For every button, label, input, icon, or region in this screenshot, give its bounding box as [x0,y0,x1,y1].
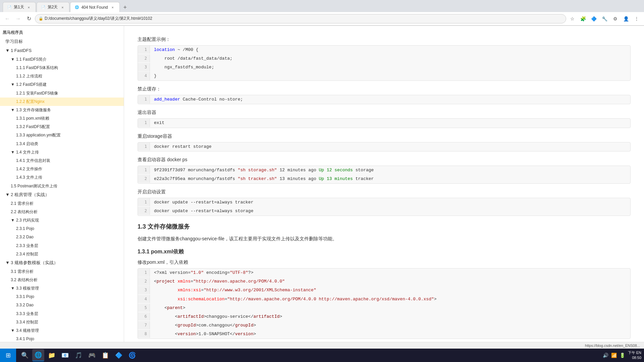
taskbar: ⊞ 🔍 🌐 📁 📧 🎵 🎮 📋 🔷 🌀 🔊 📶 🔋 下午 EN 08:50 [0,349,644,362]
extension-btn1[interactable]: 🧩 [578,14,588,23]
sidebar: 黑马程序员 学习目标 ▼1 FastDFS ▼1.1 FastDFS简介 1.1… [0,26,124,362]
sidebar-item-131[interactable]: 1.3.1 pom.xml依赖 [0,114,124,123]
nav-bar: ← → ↻ 🔒 D:/documents/changgou/讲义/day02/讲… [0,12,644,25]
taskbar-game[interactable]: 🎮 [86,349,98,361]
sidebar-item-121[interactable]: 1.2.1 安装FastDFS镜像 [0,89,124,98]
sidebar-item-333[interactable]: 3.3.3 业务层 [0,310,124,318]
windows-icon: ⊞ [6,352,11,359]
tab-favicon-2: 📄 [41,5,46,10]
browser-chrome: 📄 第1天 × 📄 第2天 × 🌐 404 Not Found × + ← → … [0,0,644,26]
code-line: 1 add_header Cache-Control no-store; [138,95,630,104]
tab-close-2[interactable]: × [60,5,65,10]
sidebar-item-12[interactable]: ▼1.2 FastDFS搭建 [0,80,124,89]
sidebar-item-133[interactable]: 1.3.3 application.yml配置 [0,131,124,139]
sidebar-item-2[interactable]: ▼2 租房管理（实战） [0,190,124,199]
tab-title-3: 404 Not Found [81,5,108,10]
taskbar-browser[interactable]: 🌐 [32,349,44,361]
sidebar-item-13[interactable]: ▼1.3 文件存储微服务 [0,106,124,114]
tab-day2[interactable]: 📄 第2天 × [37,2,70,12]
code-line: 1 <?xml version="1.0" encoding="UTF-8"?> [138,268,630,277]
taskbar-mail[interactable]: 📧 [59,349,71,361]
sidebar-item-334[interactable]: 3.3.4 控制层 [0,318,124,326]
sidebar-item-134[interactable]: 1.3.4 启动类 [0,140,124,148]
sidebar-item-112[interactable]: 1.1.2 上传流程 [0,72,124,80]
label-restart: 重启storage容器 [138,133,631,139]
sidebar-item-111[interactable]: 1.1.1 FastDFS体系结构 [0,64,124,72]
taskbar-dev1[interactable]: 🔷 [113,349,125,361]
sidebar-item-23[interactable]: ▼2.3 代码实现 [0,216,124,225]
label-exit: 退出容器 [138,110,631,116]
taskbar-tray: 🔊 📶 🔋 下午 EN 08:50 [600,350,644,361]
sidebar-item-15[interactable]: 1.5 Postman测试文件上传 [0,182,124,190]
sidebar-item-3[interactable]: ▼3 规格参数模板（实战） [0,258,124,267]
bookmark-button[interactable]: ☆ [568,14,577,23]
taskbar-dev2[interactable]: 🌀 [126,349,138,361]
sidebar-item-234[interactable]: 2.3.4 控制层 [0,250,124,258]
sidebar-item-122[interactable]: 1.2.2 配置Nginx [0,98,124,106]
sidebar-item-21[interactable]: 2.1 需求分析 [0,199,124,208]
code-line: 1 exit [138,119,630,127]
sidebar-item-31[interactable]: 3.1 需求分析 [0,267,124,276]
code-block-cache: 1 add_header Cache-Control no-store; [138,95,631,104]
sidebar-item-xuexi[interactable]: 学习目标 [0,37,124,46]
sidebar-item-231[interactable]: 2.3.1 Pojo [0,225,124,233]
code-line: 2 <project xmlns="http://maven.apache.or… [138,277,630,286]
taskbar-music[interactable]: 🎵 [72,349,85,361]
sidebar-item-fastdfs[interactable]: ▼1 FastDFS [0,46,124,55]
address-bar[interactable]: 🔒 D:/documents/changgou/讲义/day02/讲义/第2天.… [35,14,566,23]
code-line: 2 root /data/fast_data/data; [138,54,630,63]
sidebar-header: 黑马程序员 [0,28,124,37]
extension-btn3[interactable]: 🔧 [600,14,609,23]
start-button[interactable]: ⊞ [0,349,16,362]
sidebar-item-233[interactable]: 2.3.3 业务层 [0,242,124,250]
sidebar-item-34[interactable]: ▼3.4 规格管理 [0,326,124,335]
tab-day1[interactable]: 📄 第1天 × [3,2,36,12]
code-line: 4 } [138,72,630,80]
taskbar-explorer[interactable]: 📁 [46,349,58,361]
sidebar-item-14[interactable]: ▼1.4 文件上传 [0,148,124,157]
taskbar-notes[interactable]: 📋 [99,349,111,361]
sidebar-item-332[interactable]: 3.3.2 Dao [0,301,124,309]
sidebar-item-132[interactable]: 1.3.2 FastDFS配置 [0,123,124,131]
code-line: 8 <version>1.0-SNAPSHOT</version> [138,330,630,339]
code-block-pom: 1 <?xml version="1.0" encoding="UTF-8"?>… [138,268,631,339]
code-line: 1 9f2391f73d97 morunchang/fastdfs "sh st… [138,166,630,175]
tray-network[interactable]: 📶 [611,353,617,358]
tab-404[interactable]: 🌐 404 Not Found × [70,2,119,12]
code-line: 3 xmlns:xsi="http://www.w3.org/2001/XMLS… [138,286,630,295]
code-block-restart: 1 docker restart storage [138,142,631,152]
tab-bar: 📄 第1天 × 📄 第2天 × 🌐 404 Not Found × + [0,0,644,12]
url-text: D:/documents/changgou/讲义/day02/讲义/第2天.ht… [45,16,562,21]
forward-button[interactable]: → [13,14,23,23]
back-button[interactable]: ← [3,14,12,23]
tab-title-2: 第2天 [48,4,58,10]
sidebar-item-232[interactable]: 2.3.2 Dao [0,233,124,241]
extension-btn4[interactable]: ⚙ [610,14,620,23]
taskbar-clock[interactable]: 下午 EN 08:50 [628,350,641,361]
tab-close-3[interactable]: × [110,5,115,10]
extension-btn2[interactable]: 🔷 [589,14,598,23]
tab-close-1[interactable]: × [26,5,32,10]
refresh-button[interactable]: ↻ [24,14,34,23]
tray-battery[interactable]: 🔋 [620,353,625,358]
tray-volume[interactable]: 🔊 [603,353,608,358]
sidebar-item-141[interactable]: 1.4.1 文件信息封装 [0,157,124,165]
taskbar-search[interactable]: 🔍 [19,349,31,361]
sidebar-item-11[interactable]: ▼1.1 FastDFS简介 [0,55,124,64]
new-tab-button[interactable]: + [120,3,130,12]
sidebar-item-142[interactable]: 1.4.2 文件操作 [0,165,124,173]
taskbar-time: 下午 EN [628,350,641,355]
code-line: 6 <artifactId>changgou-service</artifact… [138,312,630,321]
code-line: 1 location ~ /M00 { [138,46,630,54]
menu-button[interactable]: ⋮ [632,14,641,23]
label-top: 主题配置示例： [138,37,631,43]
sidebar-item-32[interactable]: 3.2 表结构分析 [0,276,124,284]
sidebar-item-143[interactable]: 1.4.3 文件上传 [0,173,124,182]
code-line: 1 docker restart storage [138,142,630,151]
code-block-dockerps: 1 9f2391f73d97 morunchang/fastdfs "sh st… [138,166,631,184]
sidebar-item-331[interactable]: 3.3.1 Pojo [0,293,124,301]
sidebar-item-33[interactable]: ▼3.3 模板管理 [0,284,124,293]
profile-button[interactable]: 👤 [621,14,631,23]
sidebar-item-22[interactable]: 2.2 表结构分析 [0,208,124,216]
desc-13: 创建文件管理微服务changgou-service-file，该工程主要用于实现… [138,235,631,243]
